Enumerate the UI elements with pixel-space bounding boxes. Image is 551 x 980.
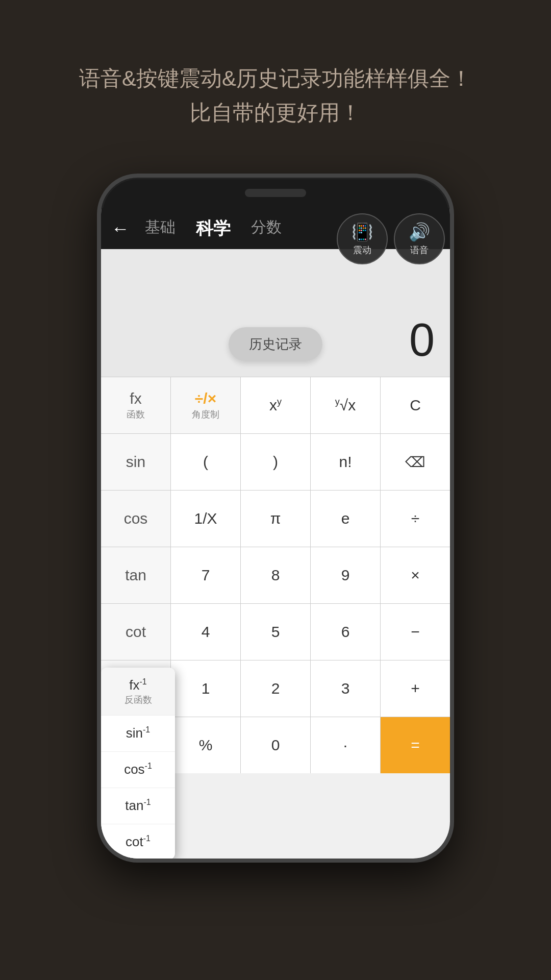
key-pow-main: xy [269,397,282,414]
key-dot[interactable]: · [311,717,380,773]
key-inv-main: 1/X [194,510,217,527]
voice-icon: 🔊 [409,222,430,242]
key-percent[interactable]: % [171,717,240,773]
key-inv[interactable]: 1/X [171,491,240,547]
key-angle[interactable]: ÷/× 角度制 [171,377,240,433]
key-equals[interactable]: = [381,717,450,773]
promo-line2: 比自带的更好用！ [31,95,520,130]
fx-inv-sub: 反函数 [124,694,152,706]
sidebar-item-cot-inv[interactable]: cot-1 [101,824,175,859]
back-button[interactable]: ← [111,218,130,239]
key-clear[interactable]: C [381,377,450,433]
key-7-main: 7 [202,567,210,584]
key-subtract-main: − [411,623,420,641]
key-tan[interactable]: tan [101,547,170,603]
key-pi-main: π [270,510,281,527]
key-fx-sub: 函数 [127,408,145,421]
key-divide-main: ÷ [411,510,419,527]
cos-inv-label: cos-1 [124,761,152,778]
inverse-function-popup: fx-1 反函数 sin-1 cos-1 tan-1 cot-1 [101,668,175,859]
key-fx-main: fx [130,390,141,407]
key-cot-main: cot [126,623,146,641]
voice-label: 语音 [410,244,429,256]
tab-basic[interactable]: 基础 [145,217,176,240]
sidebar-item-sin-inv[interactable]: sin-1 [101,716,175,752]
key-lparen[interactable]: ( [171,434,240,490]
key-root[interactable]: y√x [311,377,380,433]
key-angle-main: ÷/× [195,390,216,407]
key-2[interactable]: 2 [241,660,310,717]
key-divide[interactable]: ÷ [381,491,450,547]
backspace-icon: ⌫ [405,454,425,471]
key-add-main: + [411,680,420,697]
display-number: 0 [409,314,435,366]
phone-screen: ← 基础 科学 分数 📳 震动 🔊 语音 [101,208,450,859]
vibrate-label: 震动 [353,244,371,256]
key-clear-main: C [410,397,421,414]
key-6-main: 6 [341,623,350,641]
key-8-main: 8 [271,567,280,584]
key-sin-main: sin [126,453,145,471]
key-4-main: 4 [202,623,210,641]
phone-container: ← 基础 科学 分数 📳 震动 🔊 语音 [97,174,454,914]
key-lparen-main: ( [203,453,208,471]
key-3[interactable]: 3 [311,660,380,717]
key-root-main: y√x [335,397,356,414]
key-factorial[interactable]: n! [311,434,380,490]
key-pow[interactable]: xy [241,377,310,433]
key-7[interactable]: 7 [171,547,240,603]
vibrate-button[interactable]: 📳 震动 [337,213,388,264]
key-percent-main: % [199,737,213,754]
sidebar-item-fx-inv[interactable]: fx-1 反函数 [101,668,175,716]
phone-speaker [245,189,306,197]
key-1[interactable]: 1 [171,660,240,717]
fx-inv-label: fx-1 [129,677,146,694]
sin-inv-label: sin-1 [126,725,150,742]
vibrate-icon: 📳 [352,222,373,242]
sidebar-item-tan-inv[interactable]: tan-1 [101,788,175,824]
key-factorial-main: n! [339,453,352,471]
key-sin[interactable]: sin [101,434,170,490]
key-5-main: 5 [271,623,280,641]
key-cot[interactable]: cot [101,604,170,660]
tab-science[interactable]: 科学 [196,217,231,240]
key-multiply[interactable]: × [381,547,450,603]
key-2-main: 2 [271,680,280,697]
history-button[interactable]: 历史记录 [229,327,322,361]
key-0-main: 0 [271,737,280,754]
key-4[interactable]: 4 [171,604,240,660]
key-cos[interactable]: cos [101,491,170,547]
float-buttons: 📳 震动 🔊 语音 [337,213,445,264]
phone-shell: ← 基础 科学 分数 📳 震动 🔊 语音 [97,174,454,863]
promo-text: 语音&按键震动&历史记录功能样样俱全！ 比自带的更好用！ [0,0,551,160]
key-backspace[interactable]: ⌫ [381,434,450,490]
key-cos-main: cos [124,510,148,527]
key-angle-sub: 角度制 [192,408,219,421]
key-8[interactable]: 8 [241,547,310,603]
key-9[interactable]: 9 [311,547,380,603]
key-3-main: 3 [341,680,350,697]
side-vol-up [97,356,100,397]
key-fx[interactable]: fx 函数 [101,377,170,433]
voice-button[interactable]: 🔊 语音 [394,213,445,264]
key-rparen[interactable]: ) [241,434,310,490]
key-add[interactable]: + [381,660,450,717]
key-rparen-main: ) [273,453,278,471]
cot-inv-label: cot-1 [126,834,151,851]
key-subtract[interactable]: − [381,604,450,660]
key-0[interactable]: 0 [241,717,310,773]
display-area: 历史记录 0 [101,249,450,377]
tab-fraction[interactable]: 分数 [251,217,282,240]
side-vol-down [97,407,100,448]
key-9-main: 9 [341,567,350,584]
key-5[interactable]: 5 [241,604,310,660]
key-e-main: e [341,510,350,527]
sidebar-item-cos-inv[interactable]: cos-1 [101,752,175,788]
tan-inv-label: tan-1 [125,797,151,815]
key-6[interactable]: 6 [311,604,380,660]
key-pi[interactable]: π [241,491,310,547]
key-dot-main: · [343,737,347,754]
key-multiply-main: × [411,567,420,584]
key-e[interactable]: e [311,491,380,547]
key-equals-main: = [411,737,420,754]
